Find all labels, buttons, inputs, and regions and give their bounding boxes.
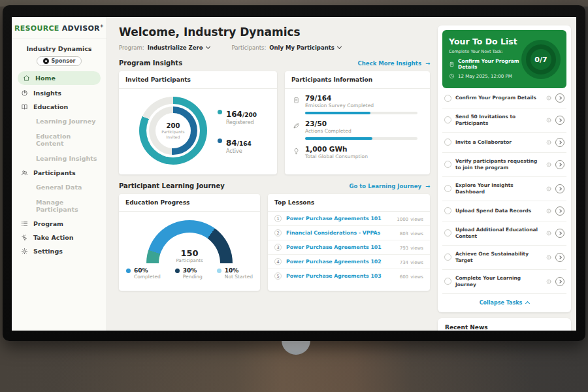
info-icon [546,95,551,101]
task-open-button[interactable] [555,160,564,169]
chevron-right-icon [558,187,562,191]
task-checkbox[interactable] [444,229,451,237]
sidebar-item-participants[interactable]: Participants [12,166,106,180]
task-item[interactable]: Confirm Your Program Details [442,88,566,108]
sidebar-item-label: Education [33,103,68,110]
arrow-right-icon: → [425,60,430,67]
legend-dot [218,110,222,114]
sidebar-item-home[interactable]: Home [18,71,101,85]
chevron-right-icon [558,280,562,284]
sponsor-icon [43,58,49,64]
lesson-link[interactable]: Power Purchase Agreements 101 [286,244,395,250]
task-open-button[interactable] [555,229,564,238]
card-title: Top Lessons [268,194,430,212]
app-logo: RESOURCE ADVISOR+ [12,24,106,39]
todo-progress-ring: 0/7 [521,40,561,79]
sidebar-item-insights[interactable]: Insights [12,86,106,100]
info-icon [546,162,551,167]
task-open-button[interactable] [555,206,564,216]
lesson-rank: 1 [274,215,282,222]
lesson-link[interactable]: Power Purchase Agreements 103 [286,273,395,279]
task-checkbox[interactable] [444,116,451,123]
lesson-row: 2 Financial Considerations - VPPAs 803 v… [268,226,430,240]
chevron-right-icon [558,163,562,167]
lightbulb-icon [293,148,300,155]
lesson-link[interactable]: Financial Considerations - VPPAs [286,230,395,236]
sidebar-item-take-action[interactable]: Take Action [12,231,106,244]
education-progress-card: Education Progress 150 Participants 60% … [119,194,260,291]
task-item[interactable]: Upload Additional Educational Content [442,221,566,246]
lesson-link[interactable]: Power Purchase Agreements 102 [286,259,395,265]
arrow-right-icon: → [425,183,430,189]
go-to-learning-journey-link[interactable]: Go to Learning Journey → [350,183,430,189]
insights-cards-row: Invited Participants 200 Participants In… [119,71,430,174]
sidebar-item-label: Home [35,74,56,82]
task-checkbox[interactable] [444,185,451,192]
task-checkbox[interactable] [444,253,451,261]
task-checkbox[interactable] [444,161,451,168]
info-icon [546,231,551,236]
stat-global-consumption: 1,000 GWh Total Global Consumption [285,140,430,159]
sidebar: RESOURCE ADVISOR+ Industry Dynamics Spon… [12,17,107,331]
program-filter[interactable]: Program: Industrialize Zero [119,44,210,51]
task-open-button[interactable] [555,138,564,147]
task-item[interactable]: Explore Your Insights Dashboard [442,177,566,201]
task-open-button[interactable] [555,277,564,286]
task-checkbox[interactable] [444,139,451,146]
donut-legend: 164/200 Registered 84/164 Active [218,107,257,154]
lesson-link[interactable]: Power Purchase Agreements 101 [286,216,392,221]
donut-center-label: Participants Invited [159,129,188,140]
task-item[interactable]: Invite a Collaborator [442,133,566,153]
book-icon [21,103,28,110]
chevron-right-icon [558,96,562,100]
task-item[interactable]: Complete Your Learning Journey [442,270,566,294]
check-more-insights-link[interactable]: Check More Insights → [358,60,430,67]
stat-actions-completed: 23/50 Actions Completed [285,114,430,134]
sidebar-item-settings[interactable]: Settings [12,244,106,258]
sponsor-badge[interactable]: Sponsor [37,56,82,66]
sidebar-item-education[interactable]: Education [12,100,106,114]
sidebar-item-education-content[interactable]: Education Content [12,129,106,151]
filters-row: Program: Industrialize Zero Participants… [119,44,430,51]
info-icon [546,255,551,260]
participants-filter[interactable]: Participants: Only My Participants [232,44,341,51]
sidebar-item-label: Participants [33,169,76,176]
chevron-right-icon [558,118,562,122]
lesson-row: 3 Power Purchase Agreements 101 793 view… [268,240,430,255]
task-item[interactable]: Verify participants requesting to join t… [442,153,566,177]
gauge-label: Participants [146,258,233,263]
monitor-bezel: RESOURCE ADVISOR+ Industry Dynamics Spon… [3,5,585,341]
card-title: Invited Participants [119,71,277,89]
task-item[interactable]: Upload Spend Data Records [442,201,566,221]
sidebar-item-learning-journey[interactable]: Learning Journey [12,114,106,129]
sidebar-item-program[interactable]: Program [12,217,106,231]
sidebar-item-manage-participants[interactable]: Manage Participants [12,195,106,217]
gauge-center: 150 Participants [146,248,233,263]
card-title: Participants Information [285,71,430,89]
task-open-button[interactable] [555,253,564,262]
chevron-down-icon [205,44,210,49]
page-title: Welcome, Industry Dynamics [119,25,430,39]
task-open-button[interactable] [555,93,564,103]
task-item[interactable]: Send 50 Invitations to Participants [442,108,566,133]
sidebar-item-general-data[interactable]: General Data [12,180,106,195]
top-lessons-card: Top Lessons 1 Power Purchase Agreements … [268,194,430,291]
legend-not-started: 10% Not Started [217,267,253,280]
sidebar-item-learning-insights[interactable]: Learning Insights [12,151,106,166]
task-checkbox[interactable] [444,278,451,285]
invited-participants-card: Invited Participants 200 Participants In… [119,71,277,174]
collapse-tasks-link[interactable]: Collapse Tasks [442,294,566,310]
task-checkbox[interactable] [444,207,451,214]
participants-information-card: Participants Information 79/164 Emission… [285,71,430,174]
task-checkbox[interactable] [444,95,451,102]
sidebar-item-label: Settings [33,248,63,255]
task-open-button[interactable] [555,116,564,125]
task-open-button[interactable] [555,184,564,193]
program-insights-header: Program Insights Check More Insights → [119,59,430,67]
sidebar-item-label: Take Action [33,234,74,241]
participants-filter-value: Only My Participants [269,44,335,51]
task-item[interactable]: Achieve One Sustainability Target [442,246,566,270]
legend-pending: 30% Pending [175,267,203,280]
clock-icon [449,73,455,79]
sidebar-item-label: Education Content [36,133,97,147]
